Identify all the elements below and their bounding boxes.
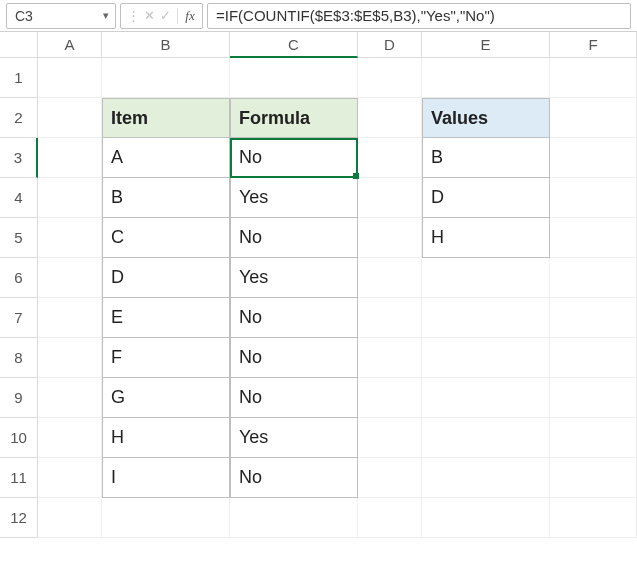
cell-C11[interactable]: No [230,458,358,498]
cell-C7[interactable]: No [230,298,358,338]
cell-B8[interactable]: F [102,338,230,378]
row-header-8[interactable]: 8 [0,338,38,378]
cell-C4[interactable]: Yes [230,178,358,218]
cell-B10[interactable]: H [102,418,230,458]
cell-B4[interactable]: B [102,178,230,218]
cell-B12[interactable] [102,498,230,538]
cell-D11[interactable] [358,458,422,498]
cell-B5[interactable]: C [102,218,230,258]
row-header-6[interactable]: 6 [0,258,38,298]
formula-input[interactable]: =IF(COUNTIF($E$3:$E$5,B3),"Yes","No") [207,3,631,29]
col-header-E[interactable]: E [422,32,550,58]
formula-text: =IF(COUNTIF($E$3:$E$5,B3),"Yes","No") [216,7,495,24]
cell-B3[interactable]: A [102,138,230,178]
chevron-down-icon[interactable]: ▾ [97,9,115,22]
header-values[interactable]: Values [422,98,550,138]
header-item[interactable]: Item [102,98,230,138]
cell-E4[interactable]: D [422,178,550,218]
cell-B6[interactable]: D [102,258,230,298]
cell-F9[interactable] [550,378,637,418]
cell-F10[interactable] [550,418,637,458]
cell-A1[interactable] [38,58,102,98]
cell-A3[interactable] [38,138,102,178]
row-header-7[interactable]: 7 [0,298,38,338]
cell-F11[interactable] [550,458,637,498]
cell-B7[interactable]: E [102,298,230,338]
cell-E6[interactable] [422,258,550,298]
cell-D4[interactable] [358,178,422,218]
cell-E12[interactable] [422,498,550,538]
select-all-corner[interactable] [0,32,38,58]
cell-D6[interactable] [358,258,422,298]
cell-A2[interactable] [38,98,102,138]
cell-B1[interactable] [102,58,230,98]
cell-C10[interactable]: Yes [230,418,358,458]
cell-E1[interactable] [422,58,550,98]
cell-C6[interactable]: Yes [230,258,358,298]
row-header-2[interactable]: 2 [0,98,38,138]
cell-C8[interactable]: No [230,338,358,378]
cell-F5[interactable] [550,218,637,258]
cell-E8[interactable] [422,338,550,378]
cell-C3[interactable]: No [230,138,358,178]
cell-F8[interactable] [550,338,637,378]
row-header-10[interactable]: 10 [0,418,38,458]
cell-C12[interactable] [230,498,358,538]
cell-D2[interactable] [358,98,422,138]
row-header-4[interactable]: 4 [0,178,38,218]
cell-A7[interactable] [38,298,102,338]
col-header-F[interactable]: F [550,32,637,58]
cell-A11[interactable] [38,458,102,498]
cell-F7[interactable] [550,298,637,338]
cell-D8[interactable] [358,338,422,378]
cell-F6[interactable] [550,258,637,298]
cell-C9[interactable]: No [230,378,358,418]
cell-C5[interactable]: No [230,218,358,258]
spreadsheet-grid[interactable]: A B C D E F 1 2 Item Formula Values 3 A … [0,32,637,538]
cell-D5[interactable] [358,218,422,258]
cell-E11[interactable] [422,458,550,498]
dots-icon: ⋮ [125,8,141,23]
row-header-12[interactable]: 12 [0,498,38,538]
cell-D12[interactable] [358,498,422,538]
cell-F4[interactable] [550,178,637,218]
cell-F3[interactable] [550,138,637,178]
cell-A9[interactable] [38,378,102,418]
header-formula[interactable]: Formula [230,98,358,138]
cell-A5[interactable] [38,218,102,258]
row-header-5[interactable]: 5 [0,218,38,258]
cell-A8[interactable] [38,338,102,378]
cell-E5[interactable]: H [422,218,550,258]
cell-A4[interactable] [38,178,102,218]
cell-F12[interactable] [550,498,637,538]
cell-E3[interactable]: B [422,138,550,178]
col-header-C[interactable]: C [230,32,358,58]
cell-E7[interactable] [422,298,550,338]
cancel-icon[interactable]: ✕ [141,8,157,23]
cell-B11[interactable]: I [102,458,230,498]
cell-F1[interactable] [550,58,637,98]
fx-icon[interactable]: fx [182,8,198,24]
cell-E9[interactable] [422,378,550,418]
cell-D7[interactable] [358,298,422,338]
cell-C1[interactable] [230,58,358,98]
cell-D1[interactable] [358,58,422,98]
col-header-A[interactable]: A [38,32,102,58]
cell-A6[interactable] [38,258,102,298]
row-header-1[interactable]: 1 [0,58,38,98]
cell-D9[interactable] [358,378,422,418]
cell-E10[interactable] [422,418,550,458]
col-header-B[interactable]: B [102,32,230,58]
cell-A10[interactable] [38,418,102,458]
cell-A12[interactable] [38,498,102,538]
cell-F2[interactable] [550,98,637,138]
cell-B9[interactable]: G [102,378,230,418]
cell-D10[interactable] [358,418,422,458]
cell-D3[interactable] [358,138,422,178]
row-header-11[interactable]: 11 [0,458,38,498]
name-box[interactable]: C3 ▾ [6,3,116,29]
check-icon[interactable]: ✓ [157,8,173,23]
row-header-9[interactable]: 9 [0,378,38,418]
col-header-D[interactable]: D [358,32,422,58]
row-header-3[interactable]: 3 [0,138,38,178]
